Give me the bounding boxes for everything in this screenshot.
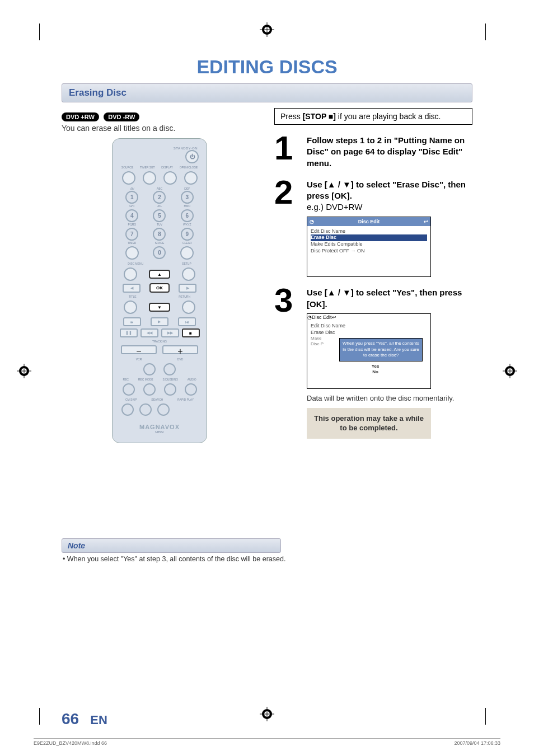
no-option: No [372, 369, 378, 374]
sdub-button [164, 383, 176, 396]
num-4: 4 [125, 209, 138, 222]
title-button [124, 300, 137, 314]
num-3: 3 [181, 191, 194, 204]
audio-button [185, 383, 197, 396]
num-5: 5 [153, 209, 166, 222]
rapid-button [157, 403, 170, 416]
ff-button: ▶▶ [161, 328, 179, 337]
page-number: 66 [62, 710, 79, 727]
note-text: • When you select "Yes" at step 3, all c… [62, 555, 287, 563]
disc-icon: ◔ [307, 314, 312, 320]
num-6: 6 [181, 209, 194, 222]
page-footer: 66 EN [62, 710, 107, 728]
note-heading: Note [62, 538, 281, 553]
erase-confirm-dialog: ◔Disc Edit↩ Edit Disc Name Erase Disc Ma… [307, 313, 431, 389]
data-written-note: Data will be written onto the disc momen… [307, 393, 472, 403]
num-8: 8 [153, 228, 166, 241]
confirm-message: When you press "Yes", all the contents i… [339, 338, 423, 361]
rec-button [123, 383, 135, 396]
num-9: 9 [181, 228, 194, 241]
print-line: E9E2ZUD_BZV420MW8.indd 66 2007/09/04 17:… [34, 738, 500, 746]
setup-button [182, 267, 195, 281]
down-arrow-button: ▼ [149, 303, 170, 312]
skip-fwd-button: ⏭ [178, 317, 196, 326]
page-language: EN [90, 713, 107, 727]
right-arrow-button: ▶ [179, 284, 196, 293]
section-heading: Erasing Disc [62, 83, 472, 102]
step-2-subtext: e.g.) DVD+RW [307, 202, 362, 212]
stop-button: ■ [182, 328, 200, 337]
register-mark-icon [17, 364, 31, 378]
recmode-button [143, 383, 156, 396]
menu-item: Edit Disc Name [311, 228, 427, 235]
intro-text: You can erase all titles on a disc. [62, 124, 257, 133]
num-0: 0 [153, 246, 166, 259]
source-button [122, 171, 135, 185]
press-stop-note: Press [STOP ■] if you are playing back a… [274, 108, 472, 125]
format-badges: DVD +RW DVD -RW [62, 111, 257, 121]
step-1-number: 1 [274, 135, 301, 169]
print-date: 2007/09/04 17:06:33 [454, 740, 500, 746]
disc-edit-menu: ◔Disc Edit↩ Edit Disc Name Erase Disc Ma… [307, 217, 431, 278]
pause-button: ❚❚ [120, 328, 138, 337]
return-icon: ↩ [424, 218, 428, 225]
page-title: EDITING DISCS [34, 56, 500, 78]
return-icon: ↩ [332, 314, 336, 320]
register-mark-icon [260, 22, 274, 37]
step-3-text: Use [▲ / ▼] to select "Yes", then press … [307, 288, 462, 308]
crop-mark [39, 708, 40, 725]
crop-mark [485, 708, 486, 725]
dvd-minus-rw-badge: DVD -RW [104, 112, 139, 121]
vcr-button [143, 363, 156, 375]
timerset-button [143, 171, 156, 185]
dvd-button [163, 363, 176, 375]
dvd-plus-rw-badge: DVD +RW [62, 112, 99, 121]
menu-item: Make Edits Compatible [311, 241, 427, 248]
tracking-minus: − [121, 345, 157, 354]
disc-icon: ◔ [310, 218, 314, 225]
standby-button: ⏻ [185, 150, 199, 163]
play-button: ▶ [151, 317, 168, 326]
num-1: 1 [125, 191, 138, 204]
num-7: 7 [125, 228, 138, 241]
remote-illustration: STANDBY-ON ⏻ SOURCE TIMER SET DISPLAY OP… [112, 138, 207, 443]
tracking-plus: + [162, 345, 198, 354]
yes-option: Yes [367, 364, 384, 369]
crop-mark [485, 24, 486, 40]
step-1-text: Follow steps 1 to 2 in "Putting Name on … [307, 135, 465, 168]
step-2-text: Use [▲ / ▼] to select "Erase Disc", then… [307, 180, 466, 200]
search-button [139, 403, 152, 416]
register-mark-icon [503, 364, 517, 378]
crop-mark [39, 24, 40, 40]
print-file: E9E2ZUD_BZV420MW8.indd 66 [34, 740, 107, 746]
clear-button [180, 246, 194, 260]
left-arrow-button: ◀ [123, 284, 140, 293]
discmenu-button [124, 267, 137, 281]
cmskip-button [121, 403, 134, 416]
model-label: NB552 [118, 430, 201, 434]
step-2-number: 2 [274, 179, 301, 278]
operation-duration-note: This operation may take a while to be co… [307, 408, 431, 439]
ok-button: OK [149, 283, 170, 293]
rew-button: ◀◀ [140, 328, 158, 337]
up-arrow-button: ▲ [149, 270, 170, 279]
num-2: 2 [153, 191, 166, 204]
open-close-button [184, 171, 198, 185]
menu-item-selected: Erase Disc [311, 234, 427, 241]
register-mark-icon [260, 707, 274, 721]
brand-label: MAGNAVOX [118, 424, 201, 430]
skip-back-button: ⏮ [123, 317, 141, 326]
step-3-number: 3 [274, 287, 301, 439]
return-button [182, 300, 195, 314]
menu-item: Disc Protect OFF → ON [311, 248, 427, 255]
display-button [163, 171, 177, 185]
timer-button [125, 246, 139, 260]
